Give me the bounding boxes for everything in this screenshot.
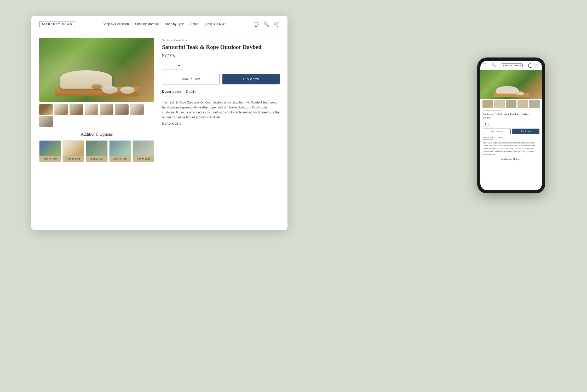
options-grid: Add to Cart Add to Cart Add to Cart Add … [39, 140, 154, 162]
main-product-image[interactable] [39, 38, 154, 102]
product-description: The Teak & Rope Santorini Outdoor Daybed… [162, 100, 280, 120]
product-price: $7,195 [162, 54, 280, 58]
mobile-buy-it-now-button[interactable]: Buy it now [512, 129, 539, 134]
ottoman-right [120, 87, 135, 94]
mobile-quantity-selector[interactable]: 1 ▾ [483, 122, 491, 126]
product-title: Santorini Teak & Rope Outdoor Daybed [162, 43, 280, 51]
sofa-shape [60, 70, 112, 89]
mobile-tab-details[interactable]: Details [497, 136, 503, 140]
option-image-3 [86, 141, 107, 156]
option-card-3[interactable]: Add to Cart [86, 140, 107, 162]
collection-label: Santorini Collection [162, 39, 280, 42]
quantity-value: 1 [165, 64, 167, 68]
thumbnail-8[interactable] [39, 116, 53, 127]
option-image-4 [110, 141, 131, 156]
thumbnail-strip [39, 104, 154, 127]
nav-links: Shop by Collection Shop by Material Shop… [103, 22, 226, 26]
tab-description[interactable]: Description [162, 90, 181, 96]
mobile-product-title: Santorini Teak & Rope Outdoor Daybed [483, 112, 539, 116]
option-card-5[interactable]: Add to Cart [133, 140, 154, 162]
thumbnail-6[interactable] [115, 104, 129, 115]
nav-action-icons: ◯ 🔍 🛒 [254, 21, 280, 27]
thumbnail-3[interactable] [70, 104, 83, 115]
mobile-quantity-value: 1 [485, 123, 486, 125]
main-content-area: Additional Options Add to Cart Add to Ca… [31, 32, 287, 230]
mobile-tab-description[interactable]: Description [483, 136, 493, 140]
mobile-thumb-1[interactable] [482, 100, 493, 108]
mobile-sofa-shape [496, 86, 519, 94]
furniture-scene [55, 65, 139, 96]
quantity-chevron-icon: ▾ [178, 64, 180, 68]
mobile-menu-icon[interactable]: ☰ [483, 63, 486, 67]
mobile-account-icon[interactable]: ◯ [528, 63, 533, 68]
brand-logo[interactable]: MADBURY ROAD [39, 21, 75, 27]
cart-icon[interactable]: 🛒 [274, 21, 280, 27]
mobile-main-image[interactable] [480, 70, 542, 99]
buy-it-now-button[interactable]: Buy it now [222, 74, 280, 84]
mobile-add-to-cart-button[interactable]: Add To Cart [483, 129, 511, 134]
mobile-cart-icon[interactable]: 🛒 [534, 63, 539, 68]
option-card-1[interactable]: Add to Cart [39, 140, 61, 162]
additional-options-title: Additional Options [39, 132, 154, 137]
mobile-thumb-5[interactable] [529, 100, 540, 108]
thumbnail-7[interactable] [130, 104, 144, 115]
option-image-2 [63, 141, 84, 156]
product-action-buttons: Add To Cart Buy it now [162, 74, 280, 84]
mobile-screen: ☰ 🔍 MADBURY ROAD ◯ 🛒 Santo [480, 61, 542, 190]
mobile-product-price: $7,195 [483, 117, 539, 120]
option-atc-3[interactable]: Add to Cart [86, 156, 107, 162]
option-atc-4[interactable]: Add to Cart [110, 156, 131, 162]
read-more-button[interactable]: READ MORE [162, 122, 280, 125]
mobile-header: ☰ 🔍 MADBURY ROAD ◯ 🛒 [480, 61, 542, 70]
thumbnail-4[interactable] [85, 104, 98, 115]
nav-shop-material[interactable]: Shop by Material [135, 22, 159, 26]
mobile-furniture-scene [493, 84, 530, 97]
product-images-column: Additional Options Add to Cart Add to Ca… [39, 38, 154, 225]
ottoman-left [102, 86, 118, 94]
additional-options-section: Additional Options Add to Cart Add to Ca… [39, 127, 154, 162]
option-image-5 [133, 141, 154, 156]
mobile-collection-label: Santorini Collection [483, 109, 539, 112]
mobile-thumbnail-strip [480, 99, 542, 109]
center-table [91, 84, 102, 89]
option-atc-2[interactable]: Add to Cart [63, 156, 84, 162]
mobile-ottoman [516, 91, 524, 95]
mobile-quantity-chevron-icon: ▾ [488, 123, 490, 125]
mobile-nav-icons: ◯ 🛒 [528, 63, 539, 68]
mobile-deck-floor [493, 93, 530, 97]
quantity-selector[interactable]: 1 ▾ [162, 62, 183, 70]
product-details-column: Santorini Collection Santorini Teak & Ro… [162, 38, 280, 225]
mobile-product-content: Santorini Collection Santorini Teak & Ro… [480, 109, 542, 155]
add-to-cart-button[interactable]: Add To Cart [162, 74, 220, 84]
thumbnail-2[interactable] [54, 104, 68, 115]
product-tabs: Description Details [162, 90, 280, 96]
mobile-action-buttons: Add To Cart Buy it now [483, 129, 539, 134]
tab-details[interactable]: Details [186, 90, 197, 96]
mobile-brand-logo[interactable]: MADBURY ROAD [501, 64, 522, 67]
mobile-thumb-3[interactable] [506, 100, 517, 108]
navigation-bar: MADBURY ROAD Shop by Collection Shop by … [31, 16, 287, 32]
mobile-phone-device: ☰ 🔍 MADBURY ROAD ◯ 🛒 Santo [477, 57, 545, 193]
option-atc-1[interactable]: Add to Cart [39, 156, 61, 162]
nav-phone: (866) 331 6042 [205, 22, 226, 26]
mobile-thumb-2[interactable] [494, 100, 505, 108]
mobile-additional-options-title: Additional Options [480, 155, 542, 163]
description-text-content: The Teak & Rope Santorini Outdoor Daybed… [162, 101, 280, 119]
option-image-1 [39, 141, 61, 156]
nav-about[interactable]: About [190, 22, 198, 26]
thumbnail-1[interactable] [39, 104, 53, 115]
option-atc-5[interactable]: Add to Cart [133, 156, 154, 162]
nav-shop-collection[interactable]: Shop by Collection [103, 22, 129, 26]
desktop-browser-window: MADBURY ROAD Shop by Collection Shop by … [31, 16, 287, 230]
option-card-2[interactable]: Add to Cart [62, 140, 84, 162]
nav-shop-type[interactable]: Shop by Type [165, 22, 184, 26]
mobile-description-text: The Teak & Rope Santorini Outdoor Daybed… [483, 142, 539, 153]
mobile-thumb-4[interactable] [517, 100, 528, 108]
search-icon[interactable]: 🔍 [263, 21, 269, 27]
mobile-search-icon[interactable]: 🔍 [492, 63, 496, 67]
mobile-read-more-button[interactable]: READ MORE [483, 154, 539, 155]
account-icon[interactable]: ◯ [254, 21, 259, 27]
mobile-tabs: Description Details [483, 136, 539, 140]
option-card-4[interactable]: Add to Cart [109, 140, 131, 162]
thumbnail-5[interactable] [100, 104, 113, 115]
